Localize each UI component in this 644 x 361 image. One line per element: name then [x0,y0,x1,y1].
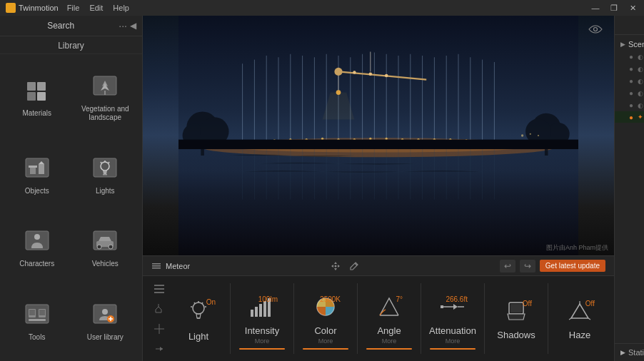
intensity-more[interactable]: More [255,337,270,345]
prop-angle[interactable]: 7° Angle More [361,276,418,361]
minimize-button[interactable]: — [590,4,601,13]
library-collapse-button[interactable]: ◀ [130,21,136,31]
sg-item-lighting[interactable]: ● ◐ ▶ 📁 Lighting [615,75,644,87]
statistics-section[interactable]: ▶ Statistics ▾ [615,343,644,361]
objects-label: Objects [25,187,49,195]
library-item-tools[interactable]: Tools [3,285,71,359]
prop-haze[interactable]: Off Haze [551,276,608,361]
shadows-label: Shadows [497,330,535,340]
svg-rect-23 [29,310,35,315]
library-item-materials[interactable]: Materials [3,57,71,139]
svg-rect-8 [29,166,37,168]
library-item-vehicles[interactable]: Vehicles [71,212,140,285]
sg-item-meteor[interactable]: ● ✦ Meteor [615,111,644,123]
svg-rect-2 [27,92,36,101]
lights-icon [91,156,119,184]
props-icon-4[interactable] [154,343,165,355]
attenuation-more[interactable]: More [446,337,461,345]
prop-attenuation[interactable]: 266.6ft Attenuation More [424,276,481,361]
intensity-underline [239,348,285,350]
sg-item-objects[interactable]: ● ◐ ▶ 📁 Objects [615,87,644,99]
library-item-lights[interactable]: Lights [71,139,140,213]
properties-bar: On Light [143,276,614,361]
library-item-characters[interactable]: Characters [3,212,71,285]
app-logo: Twinmotion [6,3,59,13]
materials-label: Materials [22,109,51,118]
haze-label: Haze [569,330,590,340]
props-icon-1[interactable] [154,283,165,295]
left-panel: Search ··· ◀ Library Materials [0,16,143,361]
window-controls: — ❐ ✕ [590,4,638,13]
tools-label: Tools [29,333,45,342]
svg-rect-124 [154,285,164,286]
sg-item-entourage[interactable]: ● ◐ ▶ 📁 Entourage [615,99,644,111]
close-button[interactable]: ✕ [627,4,638,13]
scene-graph-area: ▶ Scene graph ● ◐ ▶ 📁 Concept ● ◐ ▶ 📁 Re… [615,35,644,343]
props-icon-2[interactable] [154,303,165,315]
statistics-label: Statistics [628,348,644,357]
svg-rect-25 [39,310,45,315]
vegetation-label: Vegetation and landscape [74,105,137,122]
prop-shadows[interactable]: Off Shadows [488,276,545,361]
svg-rect-119 [152,263,161,265]
svg-rect-3 [37,92,46,101]
maximize-button[interactable]: ❐ [608,4,620,13]
intensity-value: 100lm [258,295,278,303]
svg-point-20 [109,245,113,249]
light-value: On [206,298,216,306]
edit-icon[interactable] [348,260,360,272]
prop-divider-4 [421,283,421,354]
svg-rect-0 [27,82,36,91]
svg-line-135 [202,302,203,304]
svg-rect-142 [263,301,266,317]
scene-graph-title: Scene graph [628,40,644,49]
svg-rect-1 [37,82,46,91]
color-more[interactable]: More [318,337,333,345]
prop-divider-6 [548,283,548,354]
scene-graph-header[interactable]: ▶ Scene graph [615,38,644,51]
prop-color[interactable]: 2500K Color More [297,276,354,361]
vehicles-icon [91,228,119,257]
library-item-vegetation[interactable]: Vegetation and landscape [71,57,140,139]
lights-label: Lights [96,187,115,195]
props-icon-3[interactable] [154,323,165,335]
move-icon[interactable] [330,260,341,272]
svg-marker-131 [160,347,163,351]
redo-button[interactable]: ↪ [520,260,535,273]
menu-edit[interactable]: Edit [89,4,103,12]
scene-rendering [143,16,614,255]
angle-more[interactable]: More [382,337,397,345]
menu-help[interactable]: Help [113,4,129,12]
svg-marker-147 [453,304,458,310]
undo-button[interactable]: ↩ [500,260,515,273]
svg-point-28 [102,309,108,315]
svg-line-152 [569,318,571,320]
svg-point-19 [97,245,101,249]
prop-light[interactable]: On Light [170,276,227,361]
svg-rect-115 [178,140,578,149]
angle-underline [366,348,412,350]
attenuation-value: 266.6ft [446,295,468,303]
objects-icon [23,156,51,184]
sg-eye2-concept: ◐ [638,54,643,61]
menu-file[interactable]: File [67,4,80,12]
characters-label: Characters [19,260,54,268]
svg-point-122 [335,265,337,267]
library-item-objects[interactable]: Objects [3,139,71,213]
svg-point-117 [530,133,531,135]
sg-item-concept[interactable]: ● ◐ ▶ 📁 Concept [615,51,644,63]
get-help-button[interactable]: Get latest update [540,260,605,272]
svg-rect-126 [154,292,164,293]
svg-rect-145 [441,305,443,308]
vegetation-icon [91,73,119,102]
intensity-label: Intensity [245,325,279,336]
prop-intensity[interactable]: 100lm Intensity More [233,276,291,361]
sg-item-reflection[interactable]: ● ◐ ▶ 📁 Reflection [615,63,644,75]
titlebar: Twinmotion File Edit Help — ❐ ✕ [0,0,644,16]
scene-search-label: Search [620,20,644,30]
svg-rect-141 [259,304,262,317]
library-more-button[interactable]: ··· [119,20,127,31]
library-item-user-library[interactable]: User library [71,285,140,359]
viewport[interactable]: Twinmotion 2020.2 - Twinmotion Challenge… [143,16,614,255]
viewport-toolbar: Meteor ↩ ↪ Get la [143,255,614,275]
